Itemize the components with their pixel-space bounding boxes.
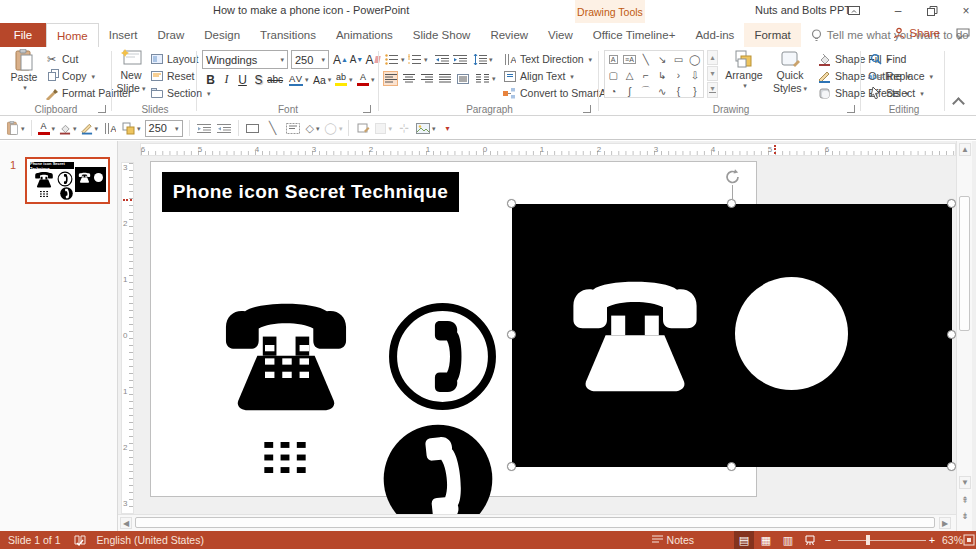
shrink-font-button[interactable]: A▼ xyxy=(349,51,364,68)
align-right-button[interactable] xyxy=(419,71,434,86)
selected-black-rectangle[interactable] xyxy=(512,204,952,467)
tab-slide-show[interactable]: Slide Show xyxy=(403,23,481,47)
zoom-slider[interactable] xyxy=(838,531,926,549)
shape-arrow-icon[interactable]: ↘ xyxy=(658,54,666,65)
vertical-scroll-thumb[interactable] xyxy=(959,196,970,331)
qat-text-box-icon[interactable] xyxy=(285,120,301,137)
restore-button[interactable] xyxy=(923,3,941,19)
comment-icon[interactable] xyxy=(956,28,970,42)
shape-vertical-text-icon[interactable]: ≡A xyxy=(623,55,636,64)
justify-button[interactable] xyxy=(437,71,452,86)
horizontal-scrollbar[interactable]: ◀ ▶ xyxy=(118,514,956,531)
shape-curve-icon[interactable]: ∿ xyxy=(658,86,666,97)
qat-oval-shape-icon[interactable]: ◯▾ xyxy=(325,120,343,137)
shape-freeform-icon[interactable]: ʃ xyxy=(628,86,630,97)
drawing-dialog-launcher[interactable] xyxy=(847,105,855,113)
reading-view-button[interactable]: ▥ xyxy=(778,531,798,549)
previous-slide-button[interactable]: ⇞ xyxy=(959,493,971,506)
tell-me-box[interactable]: Tell me what you want to do xyxy=(801,23,969,47)
shape-triangle-icon[interactable]: △ xyxy=(626,70,634,81)
quick-styles-button[interactable]: Quick Styles▾ xyxy=(769,49,811,95)
qat-edit-shape-icon[interactable] xyxy=(355,120,371,137)
font-dialog-launcher[interactable] xyxy=(363,105,371,113)
handle-top-center[interactable] xyxy=(727,199,736,208)
qat-bring-forward-icon[interactable]: ▾ xyxy=(122,120,141,137)
tab-review[interactable]: Review xyxy=(480,23,538,47)
qat-shape-icon[interactable]: ◇▾ xyxy=(305,120,321,137)
vertical-scrollbar[interactable]: ▲ ▼ ⇞ ⇟ xyxy=(956,141,972,531)
handle-bottom-left[interactable] xyxy=(507,462,516,471)
shapes-more-button[interactable]: ▾ xyxy=(707,82,718,98)
reset-button[interactable]: Reset xyxy=(149,68,194,84)
fit-slide-to-window-icon[interactable] xyxy=(960,531,976,549)
handle-middle-right[interactable] xyxy=(947,330,956,339)
tab-file[interactable]: File xyxy=(0,23,46,47)
line-spacing-icon[interactable] xyxy=(472,52,487,67)
tab-design[interactable]: Design xyxy=(194,23,250,47)
strikethrough-button[interactable]: abc xyxy=(267,71,283,88)
rotate-handle-icon[interactable] xyxy=(724,168,741,187)
bullets-icon[interactable] xyxy=(384,52,399,67)
shape-rounded-rectangle-icon[interactable]: ▢ xyxy=(608,70,617,81)
shape-rectangle-icon[interactable]: ▭ xyxy=(674,54,683,65)
increase-indent-icon[interactable] xyxy=(452,52,467,67)
qat-line-shape-icon[interactable]: ╲ xyxy=(265,120,281,137)
italic-button[interactable]: I xyxy=(219,71,234,88)
align-center-button[interactable] xyxy=(401,71,416,86)
next-slide-button[interactable]: ⇟ xyxy=(959,509,971,522)
distributed-button[interactable] xyxy=(455,71,470,86)
new-slide-button[interactable]: New Slide▾ xyxy=(115,49,147,95)
collapse-ribbon-icon[interactable] xyxy=(952,97,965,110)
cut-button[interactable]: ✂Cut xyxy=(44,51,78,67)
qat-shape-outline-icon[interactable]: ▾ xyxy=(81,120,99,137)
copy-button[interactable]: Copy▾ xyxy=(44,68,95,84)
shape-elbow-icon[interactable]: ⌐ xyxy=(643,70,649,81)
character-spacing-button[interactable]: AV▾ xyxy=(289,71,309,88)
handle-top-left[interactable] xyxy=(507,199,516,208)
qat-font-color-icon[interactable]: A▾ xyxy=(38,120,56,137)
qat-more-options-icon[interactable]: ▾ xyxy=(439,120,455,137)
qat-fill-swatch-icon[interactable]: ▾ xyxy=(375,120,392,137)
slide-thumbnail-1[interactable]: Phone icon Secret Technique xyxy=(25,157,110,204)
slide-show-button[interactable] xyxy=(800,531,820,549)
shape-left-brace-icon[interactable]: { xyxy=(677,86,680,97)
columns-icon[interactable] xyxy=(475,71,490,86)
tab-format[interactable]: Format xyxy=(744,23,800,47)
circle-phone-shape[interactable] xyxy=(385,298,500,415)
handle-bottom-right[interactable] xyxy=(947,462,956,471)
scroll-down-arrow[interactable]: ▼ xyxy=(959,476,971,489)
shape-arc-icon[interactable]: ⌒ xyxy=(641,84,651,98)
underline-button[interactable]: U xyxy=(235,71,250,88)
language-indicator[interactable]: English (United States) xyxy=(97,534,204,546)
grow-font-button[interactable]: A▲ xyxy=(333,51,348,68)
shapes-scroll-down[interactable]: ▾ xyxy=(707,66,718,81)
qat-crop-icon[interactable]: ⊹ xyxy=(396,120,412,137)
find-button[interactable]: Find xyxy=(868,51,906,67)
share-button[interactable]: Share xyxy=(893,27,940,39)
handle-bottom-center[interactable] xyxy=(727,462,736,471)
tab-insert[interactable]: Insert xyxy=(99,23,148,47)
slide-sorter-view-button[interactable]: ▦ xyxy=(756,531,776,549)
shape-chevron-icon[interactable]: › xyxy=(677,70,680,81)
clipboard-dialog-launcher[interactable] xyxy=(98,105,106,113)
paste-button[interactable]: Paste▾ xyxy=(6,49,42,91)
scroll-up-arrow[interactable]: ▲ xyxy=(959,143,971,156)
normal-view-button[interactable]: ▤ xyxy=(734,531,754,549)
text-shadow-button[interactable]: S xyxy=(251,71,266,88)
tab-animations[interactable]: Animations xyxy=(326,23,403,47)
qat-picture-icon[interactable]: ▾ xyxy=(416,120,436,137)
tab-add-ins[interactable]: Add-ins xyxy=(685,23,744,47)
zoom-in-button[interactable]: + xyxy=(922,531,942,549)
replace-button[interactable]: ab⇄Replace▾ xyxy=(868,68,933,84)
shapes-gallery[interactable]: A ≡A ╲ ↘ ▭ ◯ ▢ △ ⌐ ↳ › ⇩ ◔ ʃ ⌒ ∿ { } xyxy=(604,50,704,98)
spell-check-icon[interactable] xyxy=(71,531,89,549)
qat-decrease-list-level-icon[interactable] xyxy=(216,120,232,137)
close-button[interactable]: × xyxy=(957,3,975,19)
bold-button[interactable]: B xyxy=(203,71,218,88)
scroll-left-arrow[interactable]: ◀ xyxy=(120,517,132,529)
numbering-icon[interactable] xyxy=(407,52,422,67)
qat-shape-fill-icon[interactable]: ▾ xyxy=(59,120,77,137)
shape-elbow-arrow-icon[interactable]: ↳ xyxy=(658,70,666,81)
tab-view[interactable]: View xyxy=(538,23,583,47)
tab-home[interactable]: Home xyxy=(46,23,99,47)
